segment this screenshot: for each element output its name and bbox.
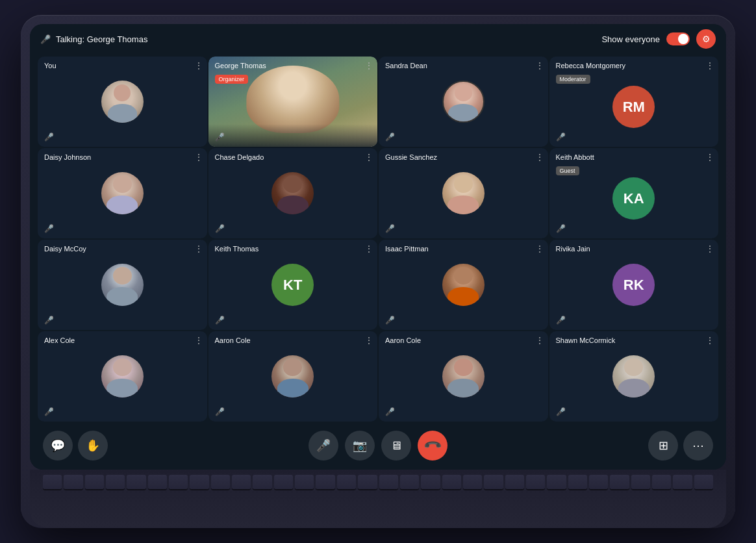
participant-tile-rebecca: Rebecca Montgomery ⋮ Moderator RM 🎤: [549, 57, 719, 147]
more-button-chase[interactable]: ⋮: [364, 152, 373, 162]
settings-icon: ⚙: [702, 34, 711, 44]
more-button-george[interactable]: ⋮: [364, 60, 373, 71]
key: [211, 475, 230, 489]
talking-label: Talking: George Thomas: [56, 34, 147, 44]
participant-tile-gussie: Gussie Sanchez ⋮ 🎤: [379, 148, 548, 238]
key: [568, 475, 587, 489]
more-button-daisy-j[interactable]: ⋮: [194, 152, 203, 162]
mic-status-aaron1: 🎤: [215, 407, 225, 416]
mic-status-you: 🎤: [44, 133, 54, 142]
avatar-daisy-m: [101, 264, 144, 306]
avatar-keith-a: KA: [612, 177, 655, 220]
key: [127, 475, 145, 489]
key: [358, 475, 377, 489]
more-button-isaac[interactable]: ⋮: [535, 244, 544, 254]
show-everyone-toggle[interactable]: [666, 32, 690, 45]
more-button-aaron1[interactable]: ⋮: [364, 335, 373, 346]
key: [673, 475, 692, 489]
avatar-aaron1: [271, 355, 314, 398]
key: [295, 475, 314, 489]
participant-tile-you: You ⋮ 🎤: [38, 57, 207, 147]
more-button-rivika[interactable]: ⋮: [705, 244, 714, 254]
key: [484, 475, 503, 489]
mic-status-keith-t: 🎤: [215, 316, 225, 325]
more-button-keith-t[interactable]: ⋮: [364, 244, 373, 254]
more-button-daisy-m[interactable]: ⋮: [194, 244, 203, 254]
talking-indicator: 🎤 Talking: George Thomas: [40, 34, 147, 44]
mic-status-shawn: 🎤: [556, 407, 566, 416]
top-right-controls: Show everyone ⚙: [601, 29, 716, 49]
mic-button[interactable]: 🎤: [309, 431, 338, 461]
participant-name-you: You: [44, 62, 57, 69]
end-call-button[interactable]: 📞: [418, 431, 447, 461]
key: [106, 475, 125, 489]
more-options-button[interactable]: ⋯: [683, 431, 713, 461]
more-options-icon: ⋯: [692, 438, 704, 453]
mic-status-sandra: 🎤: [385, 133, 395, 142]
participant-name-alex: Alex Cole: [44, 336, 75, 344]
participant-tile-keith-a: Keith Abbott ⋮ Guest KA 🎤: [549, 148, 719, 238]
participant-name-aaron2: Aaron Cole: [385, 336, 421, 344]
mic-status-gussie: 🎤: [385, 224, 395, 233]
settings-button[interactable]: ⚙: [696, 29, 716, 49]
more-button-sandra[interactable]: ⋮: [535, 60, 544, 71]
bottom-left-controls: 💬 ✋: [43, 431, 108, 461]
avatar-sandra: [442, 81, 485, 123]
raise-hand-button[interactable]: ✋: [78, 431, 108, 461]
participant-name-rivika: Rivika Jain: [556, 245, 590, 253]
participant-tile-daisy-m: Daisy McCoy ⋮ 🎤: [38, 240, 207, 330]
key: [274, 475, 293, 489]
more-button-shawn[interactable]: ⋮: [705, 335, 714, 346]
participant-name-keith-t: Keith Thomas: [215, 245, 259, 253]
raise-hand-icon: ✋: [86, 438, 100, 453]
key: [148, 475, 167, 489]
bottom-controls-bar: 💬 ✋ 🎤 📷 🖥 📞: [30, 424, 726, 470]
mic-status-george: 🎤: [215, 133, 225, 142]
mic-indicator-icon: 🎤: [40, 34, 51, 44]
more-button-gussie[interactable]: ⋮: [535, 152, 544, 162]
key: [610, 475, 629, 489]
key: [421, 475, 440, 489]
more-button-alex[interactable]: ⋮: [194, 335, 203, 346]
key: [442, 475, 461, 489]
key: [400, 475, 419, 489]
chat-icon: 💬: [51, 438, 65, 453]
grid-view-button[interactable]: ⊞: [648, 431, 678, 461]
chat-button[interactable]: 💬: [43, 431, 73, 461]
video-button[interactable]: 📷: [345, 431, 375, 461]
participant-name-aaron1: Aaron Cole: [215, 336, 251, 344]
mic-status-keith-a: 🎤: [556, 224, 566, 233]
participant-tile-isaac: Isaac Pittman ⋮ 🎤: [379, 240, 548, 330]
participant-tile-george: George Thomas ⋮ Organizer 🎤: [208, 57, 378, 147]
mic-status-rebecca: 🎤: [556, 133, 566, 142]
participant-name-shawn: Shawn McCormick: [556, 336, 616, 344]
mic-status-daisy-m: 🎤: [44, 316, 54, 325]
more-button-rebecca[interactable]: ⋮: [705, 60, 714, 71]
screen-share-button[interactable]: 🖥: [381, 431, 411, 461]
participant-tile-daisy-j: Daisy Johnson ⋮ 🎤: [38, 148, 207, 238]
avatar-aaron2: [442, 355, 485, 398]
key: [253, 475, 271, 489]
more-button-aaron2[interactable]: ⋮: [535, 335, 544, 346]
participant-name-gussie: Gussie Sanchez: [385, 153, 437, 161]
participant-name-chase: Chase Delgado: [215, 153, 264, 161]
participant-tile-keith-t: Keith Thomas ⋮ KT 🎤: [208, 240, 378, 330]
key: [589, 475, 608, 489]
participant-name-rebecca: Rebecca Montgomery: [556, 62, 626, 69]
mic-status-chase: 🎤: [215, 224, 225, 233]
participant-tile-shawn: Shawn McCormick ⋮ 🎤: [549, 331, 719, 422]
key: [190, 475, 208, 489]
avatar-isaac: [442, 264, 485, 306]
avatar-keith-t: KT: [271, 264, 314, 306]
key: [43, 475, 62, 489]
more-button-you[interactable]: ⋮: [194, 60, 203, 71]
badge-moderator-rebecca: Moderator: [556, 75, 590, 84]
key: [64, 475, 82, 489]
bottom-right-controls: ⊞ ⋯: [648, 431, 713, 461]
more-button-keith-a[interactable]: ⋮: [705, 152, 714, 162]
key: [526, 475, 545, 489]
avatar-you: [101, 81, 144, 123]
participant-tile-aaron2: Aaron Cole ⋮ 🎤: [379, 331, 548, 422]
bottom-center-controls: 🎤 📷 🖥 📞: [309, 431, 447, 461]
participant-name-isaac: Isaac Pittman: [385, 245, 429, 253]
